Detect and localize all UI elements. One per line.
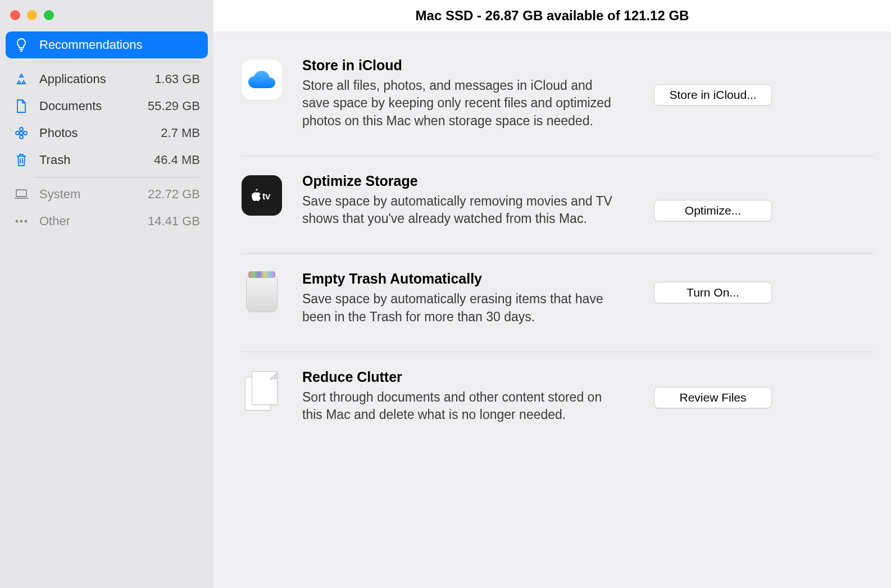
- recommendation-desc: Store all files, photos, and messages in…: [302, 77, 617, 130]
- recommendation-action: Turn On...: [637, 282, 772, 303]
- sidebar-item-size: 1.63 GB: [154, 72, 200, 86]
- svg-point-0: [20, 131, 23, 135]
- document-icon: [13, 99, 29, 113]
- button-label: Store in iCloud...: [669, 88, 756, 102]
- recommendation-reduce-clutter: Reduce Clutter Sort through documents an…: [242, 352, 874, 430]
- recommendation-title: Store in iCloud: [302, 57, 617, 74]
- svg-point-1: [20, 127, 23, 131]
- sidebar-item-recommendations[interactable]: Recommendations: [6, 31, 208, 58]
- recommendation-desc: Save space by automatically removing mov…: [302, 193, 617, 228]
- documents-icon: [242, 371, 282, 412]
- minimize-window-button[interactable]: [27, 10, 37, 20]
- flower-icon: [13, 126, 29, 140]
- window-traffic-lights: [6, 8, 208, 31]
- sidebar-separator: [34, 62, 200, 62]
- sidebar-item-label: Documents: [39, 99, 148, 113]
- icloud-icon: [242, 60, 282, 100]
- sidebar-item-size: 2.7 MB: [161, 126, 200, 140]
- recommendation-icloud: Store in iCloud Store all files, photos,…: [242, 52, 874, 156]
- laptop-icon: [13, 189, 29, 200]
- store-in-icloud-button[interactable]: Store in iCloud...: [654, 84, 772, 106]
- recommendation-desc: Sort through documents and other content…: [302, 389, 617, 424]
- sidebar-item-trash[interactable]: Trash 46.4 MB: [6, 147, 208, 174]
- sidebar-item-documents[interactable]: Documents 55.29 GB: [6, 93, 208, 120]
- sidebar-item-label: Other: [39, 214, 148, 229]
- ellipsis-icon: [13, 219, 29, 224]
- recommendation-body: Reduce Clutter Sort through documents an…: [302, 369, 617, 424]
- titlebar: Mac SSD - 26.87 GB available of 121.12 G…: [213, 0, 891, 31]
- sidebar-item-other[interactable]: Other 14.41 GB: [6, 208, 208, 235]
- recommendation-body: Optimize Storage Save space by automatic…: [302, 173, 617, 228]
- svg-rect-5: [16, 190, 26, 197]
- sidebar-item-photos[interactable]: Photos 2.7 MB: [6, 120, 208, 147]
- svg-point-2: [20, 135, 23, 139]
- full-trash-icon: [242, 273, 282, 313]
- apple-tv-icon: tv: [242, 175, 282, 216]
- button-label: Optimize...: [685, 204, 741, 217]
- sidebar-item-label: Trash: [39, 153, 154, 167]
- sidebar-item-size: 55.29 GB: [148, 99, 200, 113]
- sidebar-item-applications[interactable]: Applications 1.63 GB: [6, 66, 208, 93]
- svg-point-8: [25, 220, 28, 223]
- review-files-button[interactable]: Review Files: [654, 387, 772, 408]
- sidebar-item-system[interactable]: System 22.72 GB: [6, 181, 208, 208]
- recommendation-empty-trash: Empty Trash Automatically Save space by …: [242, 254, 874, 352]
- sidebar-item-size: 14.41 GB: [148, 214, 200, 229]
- recommendation-title: Empty Trash Automatically: [302, 271, 617, 287]
- zoom-window-button[interactable]: [44, 10, 54, 20]
- recommendation-optimize: tv Optimize Storage Save space by automa…: [242, 156, 874, 254]
- close-window-button[interactable]: [10, 10, 20, 20]
- button-label: Review Files: [679, 391, 746, 404]
- sidebar-item-label: Photos: [39, 126, 161, 140]
- sidebar-item-label: Recommendations: [39, 38, 200, 52]
- window-title: Mac SSD - 26.87 GB available of 121.12 G…: [416, 8, 689, 24]
- main: Mac SSD - 26.87 GB available of 121.12 G…: [213, 0, 891, 588]
- sidebar-item-size: 46.4 MB: [154, 153, 200, 167]
- trash-icon: [13, 153, 29, 167]
- sidebar-item-label: System: [39, 187, 148, 202]
- sidebar-item-label: Applications: [39, 72, 154, 86]
- turn-on-button[interactable]: Turn On...: [654, 282, 772, 303]
- app-icon: [13, 72, 29, 86]
- sidebar-item-size: 22.72 GB: [148, 187, 200, 202]
- lightbulb-icon: [13, 38, 29, 52]
- recommendation-action: Review Files: [637, 387, 772, 408]
- svg-point-6: [16, 220, 19, 223]
- content: Store in iCloud Store all files, photos,…: [213, 31, 891, 588]
- recommendation-body: Empty Trash Automatically Save space by …: [302, 271, 617, 326]
- recommendation-desc: Save space by automatically erasing item…: [302, 290, 617, 326]
- sidebar-separator: [34, 177, 200, 177]
- svg-point-3: [16, 131, 19, 135]
- recommendation-body: Store in iCloud Store all files, photos,…: [302, 57, 617, 130]
- optimize-button[interactable]: Optimize...: [654, 200, 772, 221]
- button-label: Turn On...: [687, 286, 739, 299]
- svg-point-4: [24, 131, 27, 135]
- svg-point-7: [20, 220, 23, 223]
- recommendation-title: Optimize Storage: [302, 173, 617, 189]
- recommendation-title: Reduce Clutter: [302, 369, 617, 385]
- recommendation-action: Store in iCloud...: [637, 84, 772, 106]
- recommendation-action: Optimize...: [637, 200, 772, 221]
- svg-text:tv: tv: [262, 192, 270, 201]
- sidebar: Recommendations Applications 1.63 GB Doc…: [0, 0, 213, 588]
